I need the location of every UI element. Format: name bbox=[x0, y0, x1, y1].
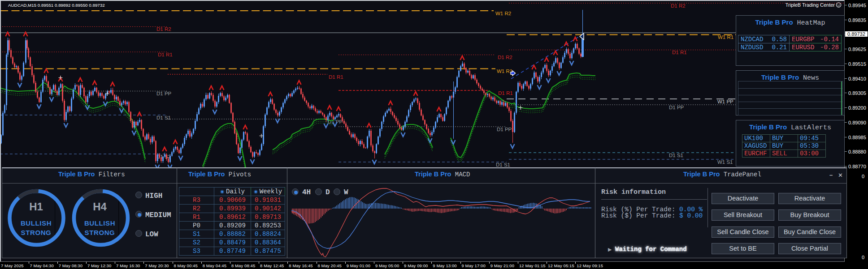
svg-text:D1 R1: D1 R1 bbox=[329, 74, 343, 80]
svg-text:W1 R1: W1 R1 bbox=[497, 68, 512, 74]
svg-text:D1 S1: D1 S1 bbox=[156, 115, 171, 120]
svg-text:D1 S1: D1 S1 bbox=[669, 153, 683, 158]
svg-text:W1 R2: W1 R2 bbox=[495, 11, 511, 16]
svg-text:W1 S1: W1 S1 bbox=[717, 159, 733, 165]
svg-text:D1 PP: D1 PP bbox=[497, 127, 512, 132]
svg-text:D1 R1: D1 R1 bbox=[498, 90, 513, 96]
svg-text:D1 R1: D1 R1 bbox=[158, 52, 173, 57]
svg-text:D1 R2: D1 R2 bbox=[156, 26, 171, 32]
svg-text:D1 PP: D1 PP bbox=[669, 105, 684, 110]
svg-text:D1 R1: D1 R1 bbox=[672, 50, 687, 55]
svg-text:D1 R2: D1 R2 bbox=[498, 55, 512, 60]
svg-text:D1 R2: D1 R2 bbox=[671, 3, 686, 9]
svg-text:D1 S1: D1 S1 bbox=[496, 162, 510, 167]
svg-text:AUDCAD,M15 0.89551 0.89892 0.: AUDCAD,M15 0.89551 0.89892 0.89550 0.897… bbox=[8, 3, 105, 8]
svg-text:TripleB Trading Center: TripleB Trading Center bbox=[786, 2, 835, 8]
svg-text:W1 PP: W1 PP bbox=[717, 99, 733, 104]
svg-text:D1 PP: D1 PP bbox=[156, 91, 172, 96]
svg-text:W1 R1: W1 R1 bbox=[718, 34, 733, 40]
